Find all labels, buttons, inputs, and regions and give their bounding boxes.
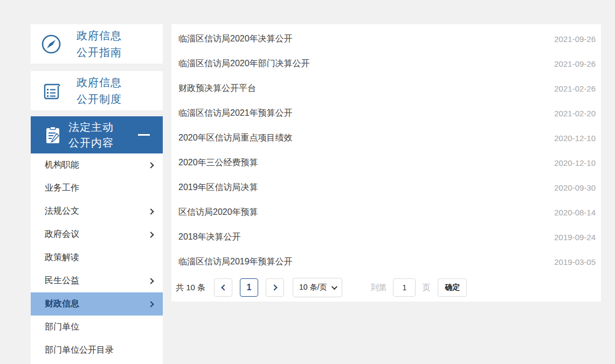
sidebar-link-label: 政府信息 公开制度 xyxy=(77,74,122,108)
list-item[interactable]: 财政预决算公开平台 2021-02-26 xyxy=(171,76,601,101)
article-title[interactable]: 临淄区信访局2021年预算公开 xyxy=(178,108,293,119)
sidebar-link-label: 政府信息 公开指南 xyxy=(77,27,122,61)
article-date: 2019-09-24 xyxy=(554,233,596,242)
chevron-right-icon xyxy=(148,232,154,237)
sidebar: 政府信息 公开指南 政府信息 公开制度 xyxy=(31,24,163,364)
sidebar-menu: 机构职能 业务工作 法规公文 政府会议 政策解读 民生公益 财政信息 部门单位 xyxy=(31,153,163,364)
sidebar-item-policy-interpretation[interactable]: 政策解读 xyxy=(31,246,163,269)
chevron-right-icon xyxy=(148,278,154,284)
menu-item-label: 财政信息 xyxy=(45,298,79,310)
chevron-right-icon xyxy=(148,208,154,214)
collapse-minus-icon[interactable] xyxy=(138,134,150,136)
confirm-button[interactable]: 确定 xyxy=(438,278,467,297)
pagination-bar: 共 10 条 1 10 条/页 到第 页 确定 xyxy=(171,274,601,301)
menu-item-label: 法规公文 xyxy=(45,206,79,217)
chevron-down-icon xyxy=(331,284,337,290)
next-page-button[interactable] xyxy=(266,278,284,297)
article-title[interactable]: 临淄区信访局2019年预算公开 xyxy=(178,256,293,268)
chevron-left-icon xyxy=(221,284,227,290)
sidebar-section-label: 法定主动 公开内容 xyxy=(68,120,114,151)
menu-item-label: 部门单位公开目录 xyxy=(45,345,114,356)
sidebar-item-department-disclosure-catalog[interactable]: 部门单位公开目录 xyxy=(31,339,163,362)
list-item[interactable]: 2019年区信访局决算 2020-09-30 xyxy=(171,175,601,200)
list-item[interactable]: 临淄区信访局2021年预算公开 2021-02-20 xyxy=(171,101,601,125)
article-title[interactable]: 临淄区信访局2020年决算公开 xyxy=(178,33,293,45)
goto-page-group: 到第 页 确定 xyxy=(370,278,467,297)
article-date: 2021-09-26 xyxy=(554,34,596,44)
prev-page-button[interactable] xyxy=(214,278,232,297)
chevron-right-icon xyxy=(148,162,154,168)
article-date: 2019-03-05 xyxy=(554,257,596,267)
page-number-button-1[interactable]: 1 xyxy=(240,278,258,297)
sidebar-item-business-work[interactable]: 业务工作 xyxy=(31,177,163,200)
page-size-label: 10 条/页 xyxy=(299,283,327,292)
article-date: 2021-02-26 xyxy=(554,84,596,93)
list-item[interactable]: 2018年决算公开 2019-09-24 xyxy=(171,225,601,249)
list-item[interactable]: 临淄区信访局2020年决算公开 2021-09-26 xyxy=(171,26,601,51)
list-item[interactable]: 2020年三公经费预算 2020-12-10 xyxy=(171,150,601,175)
article-date: 2020-12-10 xyxy=(554,158,596,167)
goto-page-input[interactable] xyxy=(393,278,416,297)
compass-icon xyxy=(38,33,65,55)
sidebar-item-departments[interactable]: 部门单位 xyxy=(31,316,163,339)
sidebar-link-disclosure-system[interactable]: 政府信息 公开制度 xyxy=(31,71,163,110)
total-count-label: 共 10 条 xyxy=(176,283,205,293)
sidebar-item-regulations-documents[interactable]: 法规公文 xyxy=(31,200,163,223)
article-date: 2021-02-20 xyxy=(554,109,596,118)
menu-item-label: 政策解读 xyxy=(45,252,79,263)
article-date: 2021-09-26 xyxy=(554,59,596,68)
article-title[interactable]: 临淄区信访局2020年部门决算公开 xyxy=(178,58,310,69)
chevron-right-icon xyxy=(271,284,277,290)
article-date: 2020-09-30 xyxy=(554,183,596,192)
sidebar-item-government-meetings[interactable]: 政府会议 xyxy=(31,223,163,246)
menu-item-label: 机构职能 xyxy=(45,159,79,171)
article-title[interactable]: 区信访局2020年预算 xyxy=(178,207,258,218)
menu-item-label: 业务工作 xyxy=(45,183,79,194)
list-item[interactable]: 临淄区信访局2019年预算公开 2019-03-05 xyxy=(171,249,601,274)
list-item[interactable]: 临淄区信访局2020年部门决算公开 2021-09-26 xyxy=(171,51,601,76)
list-item[interactable]: 2020年区信访局重点项目绩效 2020-12-10 xyxy=(171,125,601,150)
chevron-right-icon xyxy=(148,301,154,307)
article-title[interactable]: 2020年区信访局重点项目绩效 xyxy=(178,132,293,144)
menu-item-label: 政府会议 xyxy=(45,229,79,240)
list-item[interactable]: 区信访局2020年预算 2020-08-14 xyxy=(171,200,601,225)
menu-item-label: 民生公益 xyxy=(45,275,79,286)
article-list-panel: 临淄区信访局2020年决算公开 2021-09-26 临淄区信访局2020年部门… xyxy=(171,24,601,302)
sidebar-item-livelihood-public-welfare[interactable]: 民生公益 xyxy=(31,269,163,292)
article-title[interactable]: 2019年区信访局决算 xyxy=(178,182,258,193)
article-list: 临淄区信访局2020年决算公开 2021-09-26 临淄区信访局2020年部门… xyxy=(171,24,601,274)
article-date: 2020-12-10 xyxy=(554,134,596,143)
goto-prefix-label: 到第 xyxy=(370,283,386,293)
goto-suffix-label: 页 xyxy=(422,283,430,293)
article-title[interactable]: 财政预决算公开平台 xyxy=(178,83,256,94)
article-date: 2020-08-14 xyxy=(554,208,596,217)
sidebar-item-finance-info[interactable]: 财政信息 xyxy=(31,292,163,316)
sidebar-section-statutory-disclosure[interactable]: 法定主动 公开内容 xyxy=(31,116,163,153)
sidebar-link-disclosure-guide[interactable]: 政府信息 公开指南 xyxy=(31,24,163,64)
article-title[interactable]: 2018年决算公开 xyxy=(178,232,241,243)
menu-item-label: 部门单位 xyxy=(45,321,79,333)
article-title[interactable]: 2020年三公经费预算 xyxy=(178,157,258,169)
clipboard-pencil-icon xyxy=(46,127,60,144)
ledger-icon xyxy=(38,80,65,102)
page-size-select[interactable]: 10 条/页 xyxy=(293,278,342,297)
sidebar-item-org-functions[interactable]: 机构职能 xyxy=(31,153,163,177)
